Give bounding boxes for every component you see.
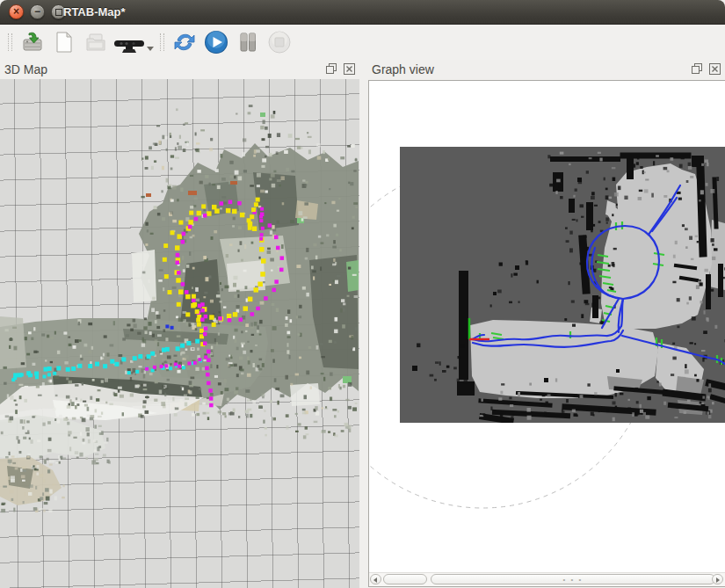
stop-button[interactable] (265, 28, 294, 56)
map-3d-viewport[interactable] (0, 79, 359, 588)
scroll-left-icon (373, 577, 377, 583)
float-icon (326, 63, 337, 75)
close-icon (709, 63, 721, 75)
point-cloud (0, 113, 359, 505)
scroll-left-button[interactable] (370, 574, 381, 584)
refresh-button[interactable] (170, 28, 199, 56)
dock-float-button[interactable] (692, 63, 703, 75)
dock-3d-map-titlebar[interactable]: 3D Map (0, 60, 359, 79)
graph-horizontal-scrollbar[interactable]: • • • (369, 572, 725, 586)
main-toolbar (0, 25, 725, 60)
dock-graph-view-titlebar[interactable]: Graph view (367, 60, 725, 79)
play-button[interactable] (202, 28, 230, 56)
occupancy-grid-map (400, 147, 725, 423)
close-icon (344, 63, 355, 75)
play-icon (204, 30, 228, 54)
new-file-button[interactable] (50, 28, 78, 56)
scrollbar-thumb[interactable]: • • • (431, 574, 715, 584)
window-minimize-button[interactable]: − (30, 4, 45, 19)
graph-canvas (369, 81, 725, 586)
open-folder-icon (84, 31, 107, 54)
refresh-icon (173, 31, 196, 54)
save-database-icon (21, 31, 44, 54)
kinect-dropdown-arrow-icon[interactable] (147, 47, 154, 51)
dock-3d-map-title: 3D Map (4, 62, 47, 76)
scrollbar-segment[interactable] (383, 574, 427, 584)
window-title: RTAB-Map* (63, 0, 126, 25)
dock-float-button[interactable] (326, 63, 337, 75)
dock-graph-view: Graph view (367, 60, 725, 588)
maximize-icon (55, 9, 62, 16)
scroll-right-button[interactable] (712, 574, 723, 584)
float-icon (692, 63, 703, 75)
dock-graph-view-title: Graph view (372, 62, 434, 76)
toolbar-handle[interactable] (8, 33, 12, 51)
dock-close-button[interactable] (344, 63, 355, 75)
titlebar[interactable]: × − RTAB-Map* (0, 0, 725, 25)
dock-3d-map: 3D Map (0, 60, 359, 588)
dock-close-button[interactable] (709, 63, 721, 75)
window-close-button[interactable]: × (9, 4, 24, 19)
kinect-source-button[interactable] (113, 28, 154, 56)
graph-view-viewport[interactable]: • • • (368, 80, 725, 587)
pause-icon (237, 31, 258, 54)
dock-splitter[interactable] (359, 60, 367, 588)
save-database-button[interactable] (18, 28, 47, 56)
stop-icon (268, 31, 291, 54)
scrollbar-grip: • • • (563, 578, 584, 582)
new-file-icon (54, 31, 75, 54)
kinect-source-icon (113, 35, 145, 56)
open-folder-button[interactable] (82, 28, 110, 56)
pause-button[interactable] (234, 28, 262, 56)
point-cloud-canvas (0, 79, 359, 588)
rtabmap-window: × − RTAB-Map* (0, 0, 725, 588)
scroll-right-icon (716, 577, 720, 583)
toolbar-handle[interactable] (160, 33, 164, 51)
